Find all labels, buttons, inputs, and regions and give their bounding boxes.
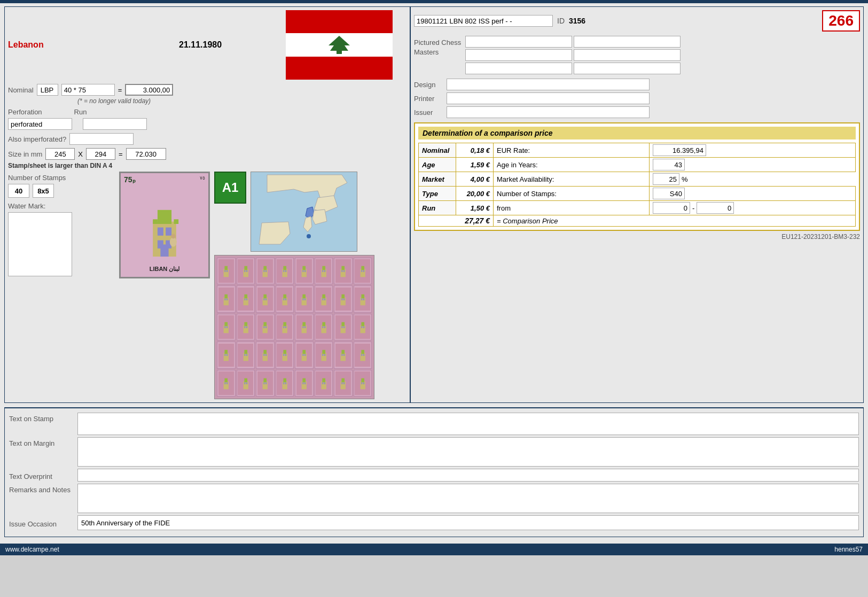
svg-rect-98 (302, 322, 306, 326)
nominal-comp-label: Nominal (419, 143, 456, 158)
svg-rect-35 (302, 270, 303, 272)
svg-rect-169 (341, 381, 346, 389)
pictured-field-6[interactable] (574, 63, 681, 74)
svg-rect-138 (341, 350, 345, 354)
svg-rect-114 (224, 350, 228, 354)
svg-rect-48 (363, 270, 364, 272)
run-input[interactable] (83, 118, 147, 130)
text-overprint-input[interactable] (77, 469, 859, 482)
svg-rect-128 (285, 354, 286, 356)
eur-rate-label: EUR Rate: (494, 143, 650, 158)
pictured-field-3[interactable] (465, 49, 572, 61)
pictured-field-1[interactable] (465, 36, 572, 48)
num-stamps-input[interactable] (653, 188, 685, 199)
type-comp-value: 20,00 € (456, 187, 494, 201)
svg-rect-46 (361, 266, 364, 270)
svg-rect-50 (224, 294, 228, 298)
svg-rect-18 (224, 266, 228, 270)
svg-rect-112 (363, 326, 364, 328)
svg-rect-51 (224, 298, 225, 300)
design-input[interactable] (447, 79, 650, 90)
svg-rect-53 (243, 297, 248, 305)
svg-rect-147 (224, 382, 225, 384)
also-imperforated-label: Also imperforated? (8, 135, 66, 143)
svg-rect-116 (226, 354, 228, 356)
size-x-input[interactable] (45, 148, 75, 160)
svg-rect-105 (341, 325, 346, 333)
printer-input[interactable] (447, 92, 650, 104)
text-on-margin-input[interactable] (77, 437, 859, 467)
eur-rate-input[interactable] (653, 144, 706, 156)
id-label: ID (557, 17, 565, 25)
svg-rect-30 (283, 266, 286, 270)
svg-rect-56 (246, 298, 247, 300)
from-input[interactable] (653, 202, 690, 214)
svg-rect-100 (304, 326, 306, 328)
svg-rect-22 (244, 266, 247, 270)
svg-rect-82 (224, 322, 228, 326)
watermark-label: Water Mark: (8, 202, 45, 210)
size-y-input[interactable] (86, 148, 115, 160)
svg-rect-89 (263, 325, 268, 333)
svg-rect-140 (343, 354, 345, 356)
svg-rect-122 (263, 350, 267, 354)
svg-rect-65 (302, 297, 307, 305)
svg-rect-162 (302, 378, 306, 382)
perforation-input[interactable] (8, 118, 72, 130)
svg-rect-174 (361, 378, 364, 382)
issue-occasion-input[interactable] (77, 515, 859, 530)
svg-rect-20 (226, 270, 228, 272)
svg-rect-69 (321, 297, 326, 305)
svg-rect-59 (263, 298, 264, 300)
svg-rect-126 (283, 350, 286, 354)
svg-rect-60 (265, 298, 267, 300)
svg-point-16 (307, 234, 311, 238)
pictured-field-2[interactable] (574, 36, 681, 48)
stamps-label: Number of Stamps (8, 174, 66, 182)
svg-rect-120 (246, 354, 247, 356)
nominal-amount-input[interactable] (125, 84, 173, 96)
svg-rect-42 (341, 266, 345, 270)
also-imperforated-input[interactable] (69, 133, 134, 145)
svg-rect-75 (341, 298, 342, 300)
svg-rect-146 (224, 378, 228, 382)
pictured-field-5[interactable] (465, 63, 572, 74)
nominal-note: (* = no longer valid today) (77, 97, 151, 105)
remarks-input[interactable] (77, 484, 859, 513)
size-result-input[interactable] (126, 148, 166, 160)
svg-rect-167 (322, 382, 323, 384)
to-input[interactable] (697, 202, 734, 214)
svg-rect-176 (363, 382, 364, 384)
svg-marker-0 (329, 36, 350, 54)
svg-rect-8 (166, 228, 171, 236)
issuer-input[interactable] (447, 106, 650, 118)
total-label: = Comparison Price (494, 215, 856, 227)
svg-rect-131 (302, 354, 303, 356)
eur-rate-input-cell[interactable] (649, 143, 855, 158)
num-stamps-comp-label: Number of Stamps: (494, 187, 650, 201)
svg-rect-106 (341, 322, 345, 326)
currency-display: LBP (37, 84, 58, 96)
stamp-count-box: 40 (8, 184, 29, 198)
dash-sign: - (692, 204, 694, 212)
svg-rect-3 (153, 219, 158, 224)
pictured-field-4[interactable] (574, 49, 681, 61)
svg-rect-17 (224, 269, 229, 277)
svg-rect-54 (244, 294, 247, 298)
svg-rect-137 (341, 353, 346, 361)
catalog-id-input[interactable] (414, 15, 553, 27)
age-years-input[interactable] (653, 159, 685, 170)
svg-rect-155 (263, 382, 264, 384)
svg-rect-40 (324, 270, 325, 272)
market-avail-input[interactable] (653, 173, 679, 185)
svg-rect-173 (360, 381, 365, 389)
text-on-stamp-input[interactable] (77, 413, 859, 435)
svg-rect-85 (243, 325, 248, 333)
nominal-value-input[interactable] (61, 84, 115, 96)
market-comp-label: Market (419, 172, 456, 187)
svg-rect-148 (226, 382, 228, 384)
svg-point-13 (170, 237, 177, 246)
svg-rect-170 (341, 378, 345, 382)
svg-rect-83 (224, 326, 225, 328)
svg-rect-168 (324, 382, 325, 384)
